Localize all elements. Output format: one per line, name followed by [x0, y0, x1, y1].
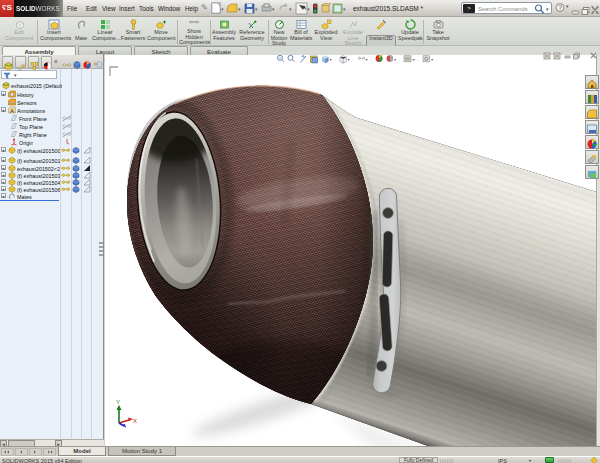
svg-text:▾: ▾ — [394, 57, 397, 62]
svg-text:A: A — [10, 108, 14, 114]
svg-text:X: X — [133, 418, 137, 424]
svg-text:Y: Y — [116, 399, 120, 405]
svg-text:▾: ▾ — [330, 57, 333, 62]
svg-text:-: - — [417, 57, 419, 62]
svg-text:-: - — [334, 57, 336, 62]
svg-text:?: ? — [558, 4, 562, 11]
svg-text:-: - — [370, 57, 372, 62]
svg-text:▾: ▾ — [366, 57, 369, 62]
svg-text:▾: ▾ — [413, 57, 416, 62]
svg-text:▾: ▾ — [307, 6, 310, 12]
svg-text:▾: ▾ — [221, 6, 224, 12]
svg-text:-: - — [398, 57, 400, 62]
svg-text:▾: ▾ — [255, 6, 258, 12]
svg-text:▾: ▾ — [238, 6, 241, 12]
svg-text:▾: ▾ — [343, 6, 346, 12]
svg-text:▾: ▾ — [289, 6, 292, 12]
svg-text:▾: ▾ — [272, 6, 275, 12]
svg-text:-: - — [352, 57, 354, 62]
svg-text:▾: ▾ — [348, 57, 351, 62]
svg-text:▾: ▾ — [431, 57, 434, 62]
